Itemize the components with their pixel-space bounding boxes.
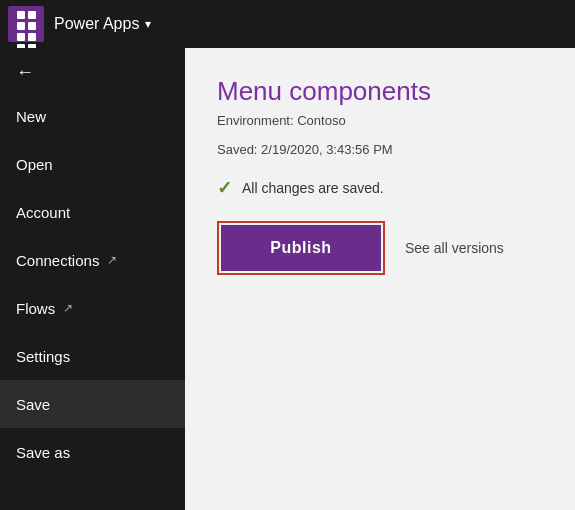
sidebar-item-label: New [16,108,46,125]
sidebar-item-label: Save as [16,444,70,461]
sidebar-item-label: Account [16,204,70,221]
sidebar-item-label: Connections [16,252,99,269]
sidebar: ← New Open Account Connections ↗ Flows ↗… [0,48,185,510]
brand-name: Power Apps [54,15,139,33]
changes-status-text: All changes are saved. [242,180,384,196]
external-link-icon: ↗ [107,253,117,267]
sidebar-item-save-as[interactable]: Save as [0,428,185,476]
back-button[interactable]: ← [0,52,185,92]
main-layout: ← New Open Account Connections ↗ Flows ↗… [0,48,575,510]
content-area: Menu components Environment: Contoso Sav… [185,48,575,510]
waffle-icon[interactable] [8,6,44,42]
back-arrow-icon: ← [16,62,34,83]
sidebar-item-label: Open [16,156,53,173]
external-link-icon: ↗ [63,301,73,315]
sidebar-item-connections[interactable]: Connections ↗ [0,236,185,284]
sidebar-item-label: Save [16,396,50,413]
page-title: Menu components [217,76,543,107]
publish-button-wrapper: Publish [217,221,385,275]
actions-row: Publish See all versions [217,221,543,275]
saved-timestamp: Saved: 2/19/2020, 3:43:56 PM [217,142,543,157]
publish-button[interactable]: Publish [221,225,381,271]
see-all-versions-link[interactable]: See all versions [405,240,504,256]
sidebar-item-account[interactable]: Account [0,188,185,236]
environment-label: Environment: Contoso [217,113,543,128]
sidebar-item-label: Settings [16,348,70,365]
changes-status-row: ✓ All changes are saved. [217,177,543,199]
sidebar-item-settings[interactable]: Settings [0,332,185,380]
sidebar-item-flows[interactable]: Flows ↗ [0,284,185,332]
top-bar: Power Apps ▾ [0,0,575,48]
sidebar-item-new[interactable]: New [0,92,185,140]
sidebar-item-label: Flows [16,300,55,317]
sidebar-item-save[interactable]: Save [0,380,185,428]
check-icon: ✓ [217,177,232,199]
chevron-down-icon[interactable]: ▾ [145,17,151,31]
sidebar-item-open[interactable]: Open [0,140,185,188]
